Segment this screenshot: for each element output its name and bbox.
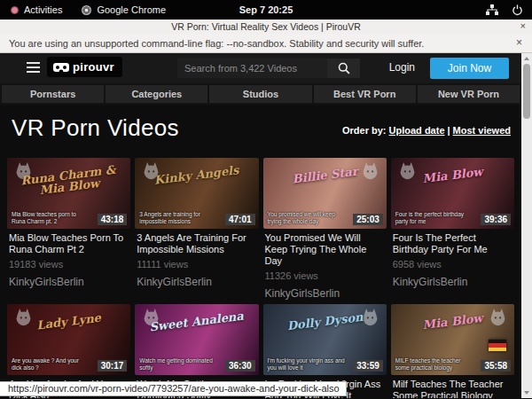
chrome-icon xyxy=(82,5,91,15)
thumbnail-caption: 3 Angels are training for impossible mis… xyxy=(139,211,217,225)
order-link-most-viewed[interactable]: Most viewed xyxy=(453,125,511,136)
vr-goggles-icon xyxy=(53,63,69,72)
menu-item-new-vr-porn[interactable]: New VR Porn xyxy=(418,85,520,103)
thumbnail-caption: You promised we will keep trying the who… xyxy=(268,211,346,225)
video-card: Mia Blow Four is the perfect birthday pa… xyxy=(391,158,514,304)
content-header: VR Porn Videos Order by: Upload date|Mos… xyxy=(0,105,521,158)
order-link-separator: | xyxy=(445,125,453,136)
studio-link[interactable]: KinkyGirlsBerlin xyxy=(265,288,385,299)
video-card: Mia Blow MILF teaches the teacher some p… xyxy=(391,304,514,398)
thumbnail-overlay-title: Billie Star xyxy=(266,162,383,188)
menu-item-studios[interactable]: Studios xyxy=(209,85,311,103)
scroll-up-button[interactable] xyxy=(521,53,532,64)
duration-badge: 35:58 xyxy=(481,360,511,372)
thumbnail-caption: MILF teaches the teacher some practical … xyxy=(395,357,473,372)
recording-dot-icon xyxy=(11,6,19,14)
thumbnail-caption: I'm fucking your virgin ass and you will… xyxy=(268,357,346,372)
thumbnail-caption: Are you awake ? And your dick also ? xyxy=(12,357,90,372)
video-thumbnail[interactable]: Billie Star You promised we will keep tr… xyxy=(263,158,387,229)
video-thumbnail[interactable]: Runa Charm & Mia Blow Mia Blow teaches p… xyxy=(7,158,130,229)
browser-tab-bar: VR Porn: Virtual Reality Sex Videos | Pi… xyxy=(0,20,532,34)
video-card: Runa Charm & Mia Blow Mia Blow teaches p… xyxy=(7,158,130,304)
order-link-upload-date[interactable]: Upload date xyxy=(389,125,445,136)
video-thumbnail[interactable]: Dolly Dyson I'm fucking your virgin ass … xyxy=(263,304,387,375)
video-thumbnail[interactable]: Kinky Angels 3 Angels are training for i… xyxy=(135,158,258,229)
video-title-link[interactable]: You Promised We Will Keep Trying The Who… xyxy=(265,232,385,267)
site-header: pirouvr Login Join Now xyxy=(0,53,521,83)
videos-grid: Runa Charm & Mia Blow Mia Blow teaches p… xyxy=(0,158,521,398)
scrollbar[interactable] xyxy=(521,53,532,398)
duration-badge: 36:30 xyxy=(225,360,255,372)
video-thumbnail[interactable]: Mia Blow Four is the perfect birthday pa… xyxy=(391,158,514,229)
thumbnail-overlay-title: Dolly Dyson xyxy=(266,309,383,334)
app-indicator[interactable]: Google Chrome xyxy=(82,4,166,15)
search-bar xyxy=(177,59,360,78)
system-clock[interactable]: Sep 7 20:25 xyxy=(239,4,293,15)
order-links: Upload date|Most viewed xyxy=(389,125,511,136)
duration-badge: 43:18 xyxy=(98,214,128,225)
network-icon[interactable] xyxy=(486,4,498,16)
studio-link[interactable]: KinkyGirlsBerlin xyxy=(393,277,512,287)
view-count: 11111 views xyxy=(137,260,256,270)
tab-title: VR Porn: Virtual Reality Sex Videos | Pi… xyxy=(171,21,361,32)
screen: Activities Google Chrome Sep 7 20:25 VR … xyxy=(0,0,532,399)
scrollbar-thumb[interactable] xyxy=(523,64,530,119)
view-count: 6958 views xyxy=(393,260,512,270)
login-link[interactable]: Login xyxy=(389,61,415,74)
video-title-link[interactable]: Mia Blow Teaches Porn To Runa Charm Pt 2 xyxy=(9,232,129,255)
view-count: 11326 views xyxy=(265,271,385,281)
studio-link[interactable]: KinkyGirlsBerlin xyxy=(137,277,256,287)
order-by-label: Order by: xyxy=(342,125,387,136)
duration-badge: 25:03 xyxy=(353,214,383,225)
tab-close-button[interactable]: × xyxy=(520,20,526,32)
main-menu: PornstarsCategoriesStudiosBest VR PornNe… xyxy=(0,83,521,105)
studio-link[interactable]: KinkyGirlsBerlin xyxy=(9,277,129,287)
thumbnail-caption: Four is the perfect birthday party for m… xyxy=(395,211,473,225)
site-logo[interactable]: pirouvr xyxy=(47,57,122,77)
logo-text: pirouvr xyxy=(73,60,114,74)
duration-badge: 47:01 xyxy=(225,214,255,225)
activities-label: Activities xyxy=(24,4,62,15)
status-bar-url: https://pirouvr.com/vr-porn-video/779325… xyxy=(0,381,347,396)
menu-item-categories[interactable]: Categories xyxy=(106,85,207,103)
power-icon[interactable] xyxy=(512,4,523,16)
video-thumbnail[interactable]: Mia Blow MILF teaches the teacher some p… xyxy=(391,304,514,375)
scroll-down-button[interactable] xyxy=(521,387,532,398)
infobar-message: You are using an unsupported command-lin… xyxy=(9,38,424,49)
duration-badge: 33:59 xyxy=(353,360,383,372)
hamburger-menu-button[interactable] xyxy=(27,62,40,75)
video-title-link[interactable]: Four Is The Perfect Birthday Party For M… xyxy=(393,232,512,255)
app-indicator-label: Google Chrome xyxy=(97,4,166,15)
sandbox-warning-infobar: You are using an unsupported command-lin… xyxy=(0,34,532,53)
search-button[interactable] xyxy=(327,59,360,78)
thumbnail-caption: Mia Blow teaches porn to Runa Charm pt. … xyxy=(12,211,90,225)
join-now-button[interactable]: Join Now xyxy=(430,58,509,79)
video-title-link[interactable]: Milf Teaches The Teacher Some Practical … xyxy=(393,379,512,398)
view-count: 19183 views xyxy=(9,260,129,270)
duration-badge: 30:17 xyxy=(98,360,128,372)
menu-item-pornstars[interactable]: Pornstars xyxy=(2,85,104,103)
page-title: VR Porn Videos xyxy=(12,114,179,142)
video-title-link[interactable]: 3 Angels Are Training For Impossible Mis… xyxy=(137,232,256,255)
thumbnail-overlay-title: Mia Blow xyxy=(394,309,511,334)
video-card: Kinky Angels 3 Angels are training for i… xyxy=(135,158,258,304)
video-thumbnail[interactable]: Lady Lyne Are you awake ? And your dick … xyxy=(7,304,130,375)
menu-item-best-vr-porn[interactable]: Best VR Porn xyxy=(314,85,416,103)
browser-viewport: pirouvr Login Join Now PornstarsCategori… xyxy=(0,53,532,398)
video-thumbnail[interactable]: Sweet Analena Watch me getting dominated… xyxy=(135,304,258,375)
search-input[interactable] xyxy=(177,59,327,78)
system-top-bar: Activities Google Chrome Sep 7 20:25 xyxy=(0,0,532,20)
activities-button[interactable]: Activities xyxy=(11,4,62,15)
duration-badge: 39:36 xyxy=(481,214,511,225)
thumbnail-caption: Watch me getting dominated softly xyxy=(139,357,217,372)
infobar-close-button[interactable]: × xyxy=(516,36,522,49)
search-icon xyxy=(338,62,350,74)
german-flag-icon xyxy=(489,340,506,351)
order-by: Order by: Upload date|Most viewed xyxy=(342,125,511,136)
video-card: Billie Star You promised we will keep tr… xyxy=(263,158,387,304)
